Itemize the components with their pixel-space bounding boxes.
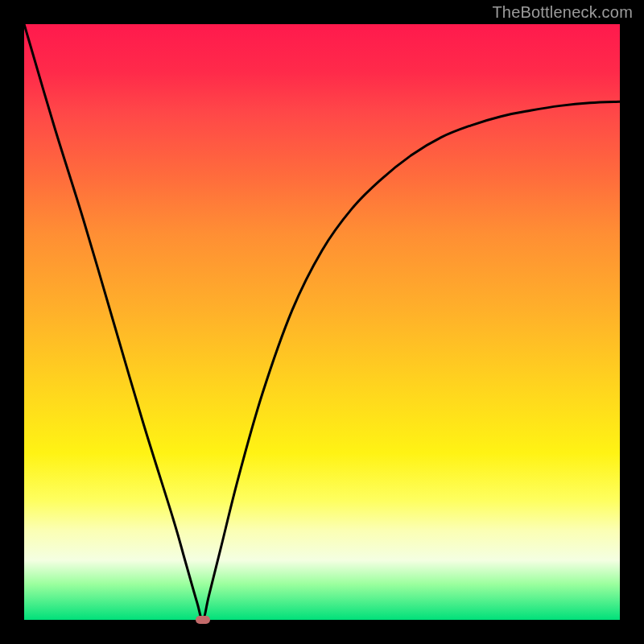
chart-frame: TheBottleneck.com	[0, 0, 644, 644]
plot-area	[24, 24, 620, 620]
minimum-marker	[196, 616, 210, 624]
watermark-text: TheBottleneck.com	[492, 3, 633, 22]
curve-path	[24, 24, 620, 620]
bottleneck-curve	[24, 24, 620, 620]
